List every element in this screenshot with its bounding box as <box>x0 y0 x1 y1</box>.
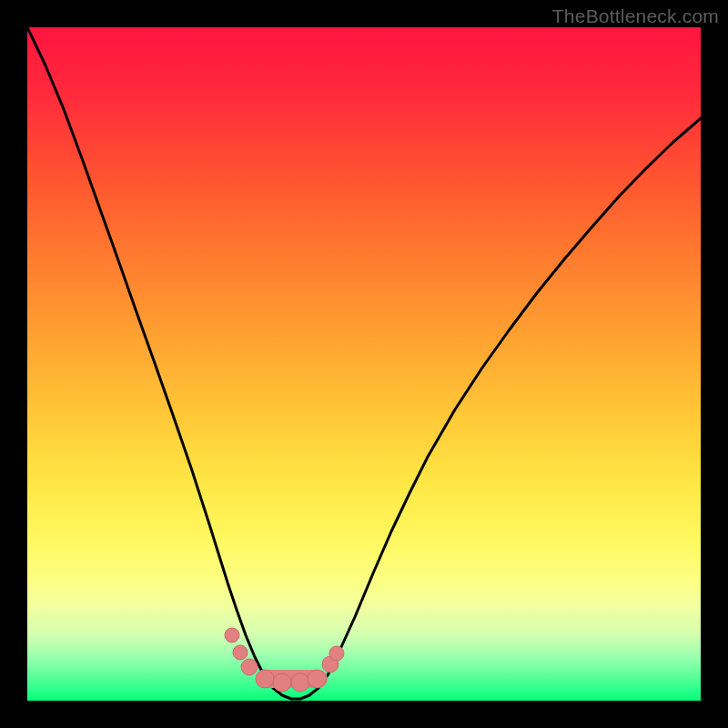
marker-layer <box>225 628 344 692</box>
marker-dot <box>225 628 239 642</box>
watermark-text: TheBottleneck.com <box>552 5 719 27</box>
plot-area <box>27 27 701 701</box>
marker-dot <box>291 673 309 692</box>
marker-dot <box>233 645 248 660</box>
marker-dot <box>329 646 344 661</box>
curve-layer <box>27 27 701 701</box>
marker-dot <box>308 670 326 688</box>
bottleneck-curve <box>27 27 701 699</box>
chart-stage: TheBottleneck.com <box>0 0 728 728</box>
marker-dot <box>241 659 258 675</box>
marker-dot <box>273 673 291 692</box>
marker-dot <box>256 670 274 688</box>
